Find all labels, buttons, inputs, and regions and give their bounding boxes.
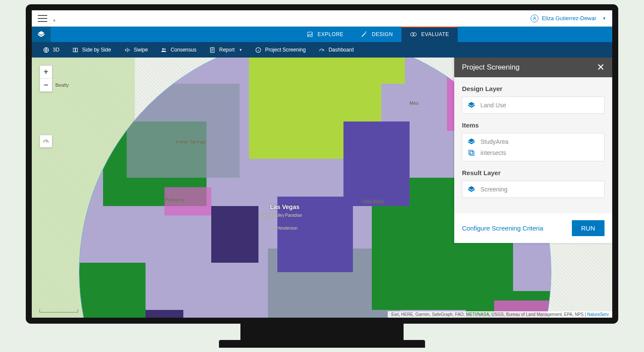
design-layer-selector[interactable]: Land Use — [462, 97, 605, 114]
zoom-controls: + − — [39, 65, 52, 92]
svg-point-7 — [162, 48, 164, 50]
map-label-mes: Mes — [410, 100, 419, 106]
zoom-out-button[interactable]: − — [40, 79, 52, 91]
svg-rect-6 — [76, 48, 77, 52]
map-viewport[interactable]: Beatty Indian Springs Pahrump Las Vegas … — [32, 58, 612, 318]
map-label-spring-valley: Spring Valley — [259, 213, 284, 218]
tool-3d[interactable]: 3D — [37, 42, 65, 58]
map-label-las-vegas: Las Vegas — [270, 203, 300, 210]
tool-label: Consensus — [170, 47, 196, 53]
chevron-down-icon: ▼ — [239, 48, 243, 52]
result-layer-selector[interactable]: Screening — [462, 181, 605, 198]
map-label-paradise: Paradise — [285, 213, 302, 218]
map-attribution: Esri, HERE, Garmin, SafeGraph, FAO, METI… — [388, 311, 612, 318]
menu-button[interactable] — [38, 15, 47, 22]
tool-label: Dashboard — [328, 47, 354, 53]
pencil-icon — [361, 31, 368, 38]
map-label-henderson: Henderson — [276, 226, 298, 231]
tab-label: DESIGN — [372, 31, 393, 37]
map-label-pahrump: Pahrump — [165, 197, 184, 202]
dashboard-toggle-button[interactable] — [39, 135, 52, 148]
people-icon — [161, 47, 167, 53]
zoom-in-button[interactable]: + — [40, 66, 52, 79]
attribution-link[interactable]: NatureServ — [587, 312, 609, 317]
panel-footer: Configure Screening Criteria RUN — [454, 213, 612, 243]
result-layer-value: Screening — [480, 186, 507, 193]
item-value: intersects — [480, 149, 506, 156]
layers-icon — [468, 138, 475, 146]
svg-rect-12 — [470, 152, 474, 155]
report-icon — [209, 47, 216, 53]
tool-report[interactable]: Report ▼ — [203, 42, 248, 58]
map-label-indian-springs: Indian Springs — [176, 139, 206, 144]
tool-label: Report — [219, 47, 234, 53]
user-account-menu[interactable]: Eliza Gutierrez-Dewar ▼ — [531, 15, 606, 22]
panel-title: Project Screening — [462, 63, 519, 72]
attribution-sources: Esri, HERE, Garmin, SafeGraph, FAO, METI… — [391, 312, 583, 317]
gauge-icon — [43, 138, 49, 145]
svg-rect-11 — [469, 150, 473, 154]
tool-label: Side by Side — [82, 47, 111, 53]
close-button[interactable]: ✕ — [597, 63, 605, 72]
monitor-mockup: ▾ Eliza Gutierrez-Dewar ▼ — [26, 4, 618, 348]
svg-point-3 — [413, 33, 416, 36]
run-button[interactable]: RUN — [572, 220, 605, 236]
layers-icon — [468, 101, 475, 109]
item-value: StudyArea — [480, 138, 508, 145]
configure-criteria-link[interactable]: Configure Screening Criteria — [462, 225, 543, 232]
design-layer-value: Land Use — [480, 102, 506, 109]
items-selector[interactable]: StudyArea intersects — [462, 133, 605, 161]
gauge-icon — [319, 47, 325, 53]
panel-header: Project Screening ✕ — [454, 58, 612, 77]
toolbar: 3D Side by Side Swipe Consensus Report — [32, 42, 612, 58]
user-icon — [531, 15, 538, 22]
scale-bar — [39, 309, 78, 313]
nav-ribbon: EXPLORE DESIGN EVALUATE — [32, 27, 612, 42]
tool-consensus[interactable]: Consensus — [155, 42, 202, 58]
tab-evaluate[interactable]: EVALUATE — [401, 27, 458, 42]
map-label-beatty: Beatty — [55, 82, 69, 88]
app-screen: ▾ Eliza Gutierrez-Dewar ▼ — [32, 10, 612, 318]
tool-label: Swipe — [134, 47, 148, 53]
svg-point-8 — [164, 49, 166, 50]
swipe-icon — [124, 47, 131, 53]
tool-swipe[interactable]: Swipe — [118, 42, 154, 58]
globe-icon — [43, 47, 49, 53]
svg-point-0 — [534, 17, 535, 18]
tool-project-screening[interactable]: Project Screening — [249, 42, 312, 58]
info-icon — [255, 47, 261, 53]
tool-side-by-side[interactable]: Side by Side — [66, 42, 117, 58]
result-layer-label: Result Layer — [462, 169, 605, 176]
columns-icon — [72, 47, 79, 53]
design-layer-label: Design Layer — [462, 85, 605, 92]
layers-button[interactable] — [32, 27, 51, 42]
tab-explore[interactable]: EXPLORE — [298, 27, 352, 42]
user-name: Eliza Gutierrez-Dewar — [542, 15, 596, 21]
layers-icon — [468, 185, 475, 193]
items-label: Items — [462, 121, 605, 129]
tab-label: EXPLORE — [318, 31, 343, 37]
map-label-lake-mead: Lake Mead — [362, 199, 383, 204]
tool-label: Project Screening — [265, 47, 306, 53]
evaluate-icon — [410, 31, 417, 38]
chevron-down-icon: ▼ — [602, 16, 606, 21]
tab-design[interactable]: DESIGN — [352, 27, 401, 42]
svg-rect-5 — [73, 48, 75, 52]
project-screening-panel: Project Screening ✕ Design Layer Land Us… — [454, 58, 612, 243]
tab-label: EVALUATE — [421, 31, 449, 37]
tool-dashboard[interactable]: Dashboard — [313, 42, 360, 58]
intersects-icon — [468, 149, 475, 157]
app-logo: ▾ — [53, 14, 79, 23]
explore-icon — [307, 31, 313, 38]
tool-label: 3D — [53, 47, 59, 53]
top-bar: ▾ Eliza Gutierrez-Dewar ▼ — [32, 10, 612, 27]
